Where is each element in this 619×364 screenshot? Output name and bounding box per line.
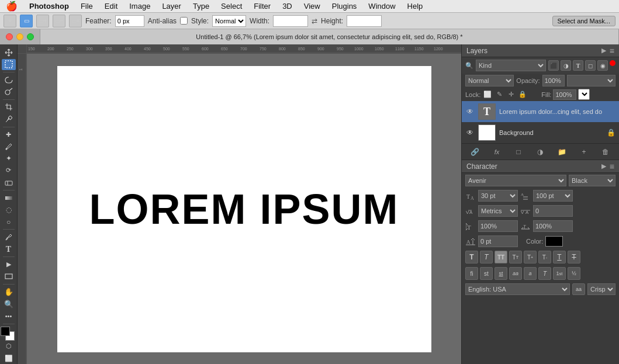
- minimize-button[interactable]: [16, 33, 23, 40]
- character-panel-collapse[interactable]: ▶: [601, 162, 606, 170]
- layers-panel-menu[interactable]: ≡: [610, 46, 614, 56]
- allcaps-btn[interactable]: TT: [494, 251, 507, 264]
- discretionary-lig-btn[interactable]: aa: [509, 267, 522, 280]
- layer-item-text[interactable]: 👁 T Lorem ipsum dolor...cing elit, sed d…: [462, 101, 619, 122]
- ligatures-btn[interactable]: fi: [465, 267, 478, 280]
- lock-artboards-icon[interactable]: ✛: [506, 90, 516, 99]
- eyedropper-tool[interactable]: [2, 113, 16, 125]
- more-tools[interactable]: •••: [2, 310, 16, 322]
- quick-select-tool[interactable]: [2, 86, 16, 98]
- style-select[interactable]: Normal: [212, 15, 246, 27]
- rectangular-marquee-icon[interactable]: ▭: [20, 15, 33, 27]
- rectangle-tool[interactable]: [2, 271, 16, 283]
- pen-tool[interactable]: [2, 231, 16, 243]
- kerning-select[interactable]: Metrics: [478, 205, 518, 217]
- lock-all-icon[interactable]: 🔒: [518, 90, 527, 99]
- menu-3d[interactable]: 3D: [276, 0, 298, 13]
- tracking-input[interactable]: [533, 205, 573, 217]
- document-canvas[interactable]: LOREM IPSUM: [57, 66, 431, 352]
- select-and-mask-button[interactable]: Select and Mask...: [552, 16, 616, 26]
- fill-input[interactable]: [553, 89, 576, 100]
- marquee-tool[interactable]: [2, 59, 16, 71]
- link-layers-btn[interactable]: 🔗: [469, 147, 482, 157]
- history-brush-tool[interactable]: ⟳: [2, 165, 16, 176]
- delete-layer-btn[interactable]: 🗑: [599, 147, 612, 157]
- character-color-swatch[interactable]: [545, 236, 563, 247]
- gradient-tool[interactable]: [2, 192, 16, 204]
- menu-photoshop[interactable]: Photoshop: [23, 0, 75, 13]
- smallcaps-btn[interactable]: TT: [509, 251, 522, 264]
- oldstyle-btn[interactable]: st: [480, 267, 493, 280]
- bold-btn[interactable]: T: [465, 251, 478, 264]
- leading-select[interactable]: 100 pt: [533, 190, 573, 202]
- superscript-btn[interactable]: T+: [524, 251, 537, 264]
- menu-plugins[interactable]: Plugins: [326, 0, 363, 13]
- maximize-button[interactable]: [27, 33, 34, 40]
- horizontal-scale-input[interactable]: [533, 220, 573, 232]
- document-tab[interactable]: Untitled-1 @ 66,7% (Lorem ipsum dolor si…: [40, 29, 619, 44]
- menu-select[interactable]: Select: [215, 0, 248, 13]
- zoom-tool[interactable]: 🔍: [2, 298, 16, 310]
- feather-input[interactable]: [115, 15, 144, 27]
- lock-position-icon[interactable]: ✎: [494, 90, 504, 99]
- filter-shape-icon[interactable]: ◻: [585, 60, 596, 71]
- font-family-select[interactable]: Avenir: [465, 175, 566, 186]
- antialiasing-select[interactable]: Crisp: [587, 283, 615, 295]
- menu-image[interactable]: Image: [123, 0, 156, 13]
- type-tool[interactable]: T: [2, 244, 16, 255]
- layer-item-background[interactable]: 👁 Background 🔒: [462, 122, 619, 143]
- clone-stamp-tool[interactable]: ✦: [2, 153, 16, 165]
- width-input[interactable]: [273, 15, 308, 27]
- subtract-from-selection-icon[interactable]: ▭−: [53, 15, 65, 27]
- quick-mask-tool[interactable]: ⬡: [2, 341, 16, 352]
- move-tool-icon[interactable]: ⌖: [4, 15, 16, 27]
- filter-type-icon[interactable]: T: [573, 60, 583, 71]
- layers-filter-select[interactable]: Kind: [476, 60, 546, 71]
- dodge-tool[interactable]: ○: [2, 216, 16, 228]
- menu-view[interactable]: View: [298, 0, 326, 13]
- subscript-btn[interactable]: T-: [538, 251, 551, 264]
- menu-layer[interactable]: Layer: [156, 0, 187, 13]
- fractions-btn[interactable]: ½: [568, 267, 580, 280]
- underline-btn[interactable]: T: [553, 251, 566, 264]
- ordinal-btn[interactable]: 1st: [553, 267, 566, 280]
- screen-mode-tool[interactable]: ⬜: [2, 353, 16, 364]
- menu-type[interactable]: Type: [187, 0, 215, 13]
- path-selection-tool[interactable]: ▶: [2, 259, 16, 271]
- opacity-input[interactable]: [542, 75, 565, 86]
- eraser-tool[interactable]: [2, 177, 16, 189]
- contextual-alt-btn[interactable]: a: [524, 267, 537, 280]
- new-layer-btn[interactable]: +: [577, 147, 590, 157]
- menu-edit[interactable]: Edit: [99, 0, 123, 13]
- blur-tool[interactable]: ◌: [2, 204, 16, 216]
- font-size-select[interactable]: 30 pt: [478, 190, 518, 202]
- brush-tool[interactable]: [2, 141, 16, 152]
- filter-color-icon[interactable]: [610, 60, 615, 66]
- layer-visibility-text[interactable]: 👁: [465, 107, 475, 116]
- add-adjustment-btn[interactable]: ◑: [534, 147, 547, 157]
- baseline-shift-input[interactable]: [478, 235, 518, 247]
- lock-pixels-icon[interactable]: ⬜: [483, 90, 492, 99]
- filter-pixel-icon[interactable]: ⬛: [548, 60, 559, 71]
- filter-smartobj-icon[interactable]: ◉: [597, 60, 608, 71]
- apple-menu[interactable]: 🍎: [0, 1, 23, 12]
- vertical-scale-input[interactable]: [478, 220, 518, 232]
- layers-panel-collapse[interactable]: ▶: [601, 47, 606, 54]
- language-select[interactable]: English: USA: [465, 283, 570, 295]
- italic-btn[interactable]: T: [480, 251, 493, 264]
- character-panel-menu[interactable]: ≡: [610, 162, 614, 171]
- layer-effects-btn[interactable]: fx: [490, 147, 503, 157]
- menu-file[interactable]: File: [75, 0, 99, 13]
- add-to-selection-icon[interactable]: ▭+: [36, 15, 49, 27]
- layer-visibility-bg[interactable]: 👁: [465, 128, 475, 137]
- strikethrough-btn[interactable]: T: [568, 251, 580, 264]
- swash-btn[interactable]: T: [538, 267, 551, 280]
- height-input[interactable]: [347, 15, 382, 27]
- lasso-tool[interactable]: [2, 74, 16, 86]
- menu-filter[interactable]: Filter: [248, 0, 276, 13]
- intersect-selection-icon[interactable]: ▭×: [69, 15, 82, 27]
- opacity-unit[interactable]: [567, 75, 615, 86]
- menu-window[interactable]: Window: [362, 0, 401, 13]
- swap-icon[interactable]: ⇄: [312, 17, 317, 25]
- font-style-select[interactable]: Black: [569, 175, 615, 186]
